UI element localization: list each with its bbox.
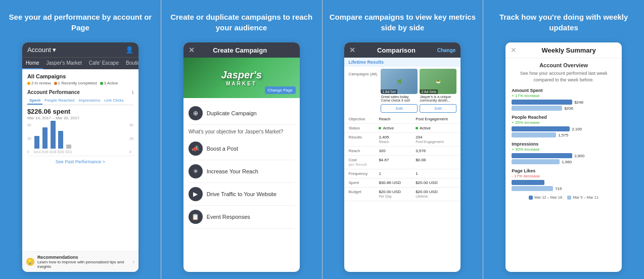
panel2-phone: ✕ Create Campaign Jasper's MARKET Change…	[183, 42, 300, 272]
account-overview-title: Account Overview	[512, 62, 616, 68]
bar-label-321: 3/21	[65, 150, 72, 154]
drive-traffic-option[interactable]: ▶ Drive Traffic to Your Website	[189, 183, 295, 206]
event-responses-option[interactable]: 📋 Event Responses	[189, 206, 295, 228]
user-icon[interactable]: 👤	[125, 46, 133, 54]
perf-tab-clicks[interactable]: Link Clicks	[102, 97, 125, 105]
bar-316	[42, 127, 48, 149]
see-past-performance[interactable]: See Past Performance >	[27, 156, 133, 167]
campaigns-badges: 2 In review 1 Recently completed 3 Activ…	[27, 81, 133, 85]
value-results-1: 2,405Reach	[375, 133, 411, 147]
perf-tab-impressions[interactable]: Impressions	[76, 97, 102, 105]
metric-spent: Spent	[344, 178, 375, 188]
panel2-topbar: ✕ Create Campaign	[183, 42, 300, 58]
change-button-p3[interactable]: Change	[437, 48, 456, 53]
increase-reach-option[interactable]: ✳ Increase Your Reach	[189, 160, 295, 183]
panel3-header: Compare campaigns to view key metrics si…	[329, 9, 477, 35]
bar-row-reached-1: 2,100	[512, 126, 616, 131]
panel-create-campaign: Create or duplicate campaigns to reach y…	[161, 0, 323, 279]
metric-reached-title: People Reached	[512, 115, 616, 120]
duplicate-campaign-option[interactable]: ⊕ Duplicate Campaign	[189, 102, 295, 125]
tab-boutique[interactable]: Boutiq	[122, 58, 139, 69]
legend-label-current: Mar 12 – Mar 18	[534, 195, 562, 200]
value-freq-1: 1	[375, 169, 411, 178]
table-row-objective: Objective Reach Post Engagement	[344, 115, 461, 124]
value-obj-2: Post Engagement	[411, 115, 461, 124]
value-spent-1: $30.86 USD	[375, 178, 411, 188]
metric-page-likes: Page Likes - 17% decrease 715	[512, 168, 616, 191]
duplicate-icon: ⊕	[189, 106, 203, 120]
tab-home[interactable]: Home	[22, 58, 43, 69]
recommendations-section[interactable]: 💡 Recommendations Learn how to improve w…	[22, 251, 139, 272]
bar-row-reached-2: 1,575	[512, 132, 616, 137]
badge-in-review-text: 2 In review	[31, 81, 51, 85]
metric-reach: Reach	[344, 147, 375, 156]
banner-content: Jasper's MARKET	[221, 69, 261, 86]
change-page-button[interactable]: Change Page	[265, 86, 296, 94]
value-status-2: Active	[411, 124, 461, 133]
spent-amount: $226.06 spent	[27, 108, 133, 115]
table-row-budget: Budget $20.00 USDPer Day $20.00 USDLifet…	[344, 188, 461, 201]
edit-btn-right[interactable]: Edit	[420, 104, 456, 113]
objective-title: What's your objective for Jasper's Marke…	[189, 129, 295, 134]
bar-label-314: 3/14	[34, 150, 41, 154]
chart-bars: 3/14 3/16 3/18 3/20	[34, 123, 127, 154]
metric-impressions-bars: 2,800 1,960	[512, 153, 616, 164]
ad-text-left: Great sales today. Come check it out!	[381, 95, 418, 102]
metric-impressions: Impressions + 30% increase 2,800 1,960	[512, 142, 616, 164]
lifetime-label: Lifetime Results	[344, 58, 461, 67]
tab-jaspers[interactable]: Jasper's Market	[43, 58, 85, 69]
value-freq-2: 1	[411, 169, 461, 178]
bar-reached-2	[512, 132, 556, 137]
bar-likes-2	[512, 186, 553, 191]
perf-tab-reached[interactable]: People Reached	[42, 97, 76, 105]
campaigns-all-label: Campaigns (All)	[348, 69, 379, 94]
account-dropdown[interactable]: Account ▾	[27, 46, 56, 54]
recommendations-icon: 💡	[26, 258, 34, 266]
bar-value-reached-1: 2,100	[572, 127, 582, 131]
bar-group-316: 3/16	[41, 127, 49, 154]
bar-314	[34, 136, 39, 149]
close-icon[interactable]: ✕	[189, 46, 195, 54]
legend-dot-current	[529, 196, 533, 200]
chart-right-labels: 50 25 0	[129, 123, 133, 154]
performance-tabs: Spent People Reached Impressions Link Cl…	[27, 97, 133, 105]
tab-cafe[interactable]: Cafe' Escape	[85, 58, 122, 69]
metric-results: Results	[344, 133, 375, 147]
value-cost-2: $0.08	[411, 156, 461, 169]
events-icon: 📋	[189, 210, 203, 224]
legend-item-current: Mar 12 – Mar 18	[529, 195, 562, 200]
value-reach-2: 3,576	[411, 147, 461, 156]
panel4-phone: ✕ Weekly Summary Account Overview See ho…	[505, 42, 622, 272]
badge-in-review: 2 In review	[27, 81, 51, 85]
bar-318	[51, 121, 56, 149]
table-row-status: Status Active Active	[344, 124, 461, 133]
value-reach-1: 320	[375, 147, 411, 156]
reach-icon: ✳	[189, 164, 203, 178]
bar-value-spent-2: $206	[564, 106, 573, 111]
date-range: Mar 14, 2017 – Mar 20, 2017	[27, 116, 133, 120]
image-box-right: 🥗 2 Ad Sets	[420, 69, 456, 94]
boost-post-option[interactable]: 📣 Boost a Post	[189, 137, 295, 160]
ad-texts: Great sales today. Come check it out! Ja…	[381, 95, 456, 102]
legend-dot-previous	[567, 196, 571, 200]
dot-green	[100, 82, 103, 85]
panel1-header: See your ad performance by account or Pa…	[6, 9, 155, 35]
account-overview-desc: See how your account performed last week…	[512, 70, 616, 83]
metric-amount-spent: Amount Spent + 17% increase $248 $206	[512, 88, 616, 111]
info-icon[interactable]: ℹ	[132, 90, 133, 95]
rec-title: Recommendations	[37, 255, 130, 260]
metric-likes-bars: 715	[512, 180, 616, 191]
metric-impressions-title: Impressions	[512, 142, 616, 147]
value-results-2: 234Post Engagement	[411, 133, 461, 147]
account-dropdown-icon: ▾	[53, 46, 56, 54]
close-icon-p4[interactable]: ✕	[511, 46, 517, 54]
close-icon-p3[interactable]: ✕	[349, 46, 355, 54]
edit-btn-left[interactable]: Edit	[381, 104, 418, 113]
banner-text: Jasper's	[221, 69, 261, 81]
chart-legend: Mar 12 – Mar 18 Mar 5 – Mar 11	[512, 195, 616, 200]
metric-cost: Costper Result	[344, 156, 375, 169]
panel1-tabs: Home Jasper's Market Cafe' Escape Boutiq	[22, 57, 139, 69]
perf-tab-spent[interactable]: Spent	[27, 97, 42, 105]
table-row-results: Results 2,405Reach 234Post Engagement	[344, 133, 461, 147]
legend-item-previous: Mar 5 – Mar 11	[567, 195, 599, 200]
